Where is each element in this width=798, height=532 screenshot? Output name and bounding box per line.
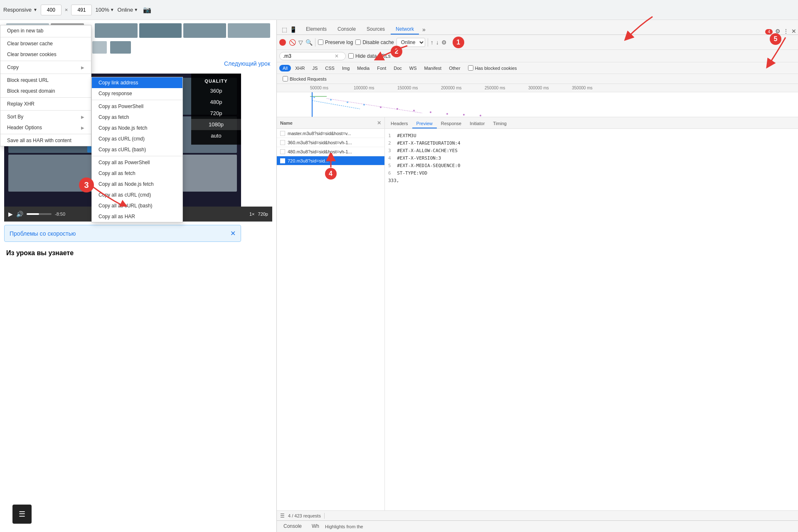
tab-elements[interactable]: Elements bbox=[301, 25, 332, 34]
item-name-master: master.m3u8?sid=sid&host=v... bbox=[288, 131, 351, 136]
preserve-log-input[interactable] bbox=[318, 39, 323, 45]
item-checkbox-360[interactable] bbox=[280, 140, 285, 145]
width-input[interactable] bbox=[41, 5, 62, 15]
blocked-requests-input[interactable] bbox=[283, 76, 288, 81]
filter-other[interactable]: Other bbox=[446, 65, 464, 71]
annotation-1: 1 bbox=[453, 37, 464, 48]
quality-1080[interactable]: 1080p bbox=[191, 119, 241, 130]
tab-console[interactable]: Console bbox=[332, 25, 361, 34]
zoom-selector[interactable]: 100% ▼ bbox=[95, 7, 114, 13]
upload-icon[interactable]: ↑ bbox=[431, 39, 433, 46]
network-settings-icon[interactable]: ⚙ bbox=[441, 39, 447, 46]
responsive-selector[interactable]: Responsive ▼ bbox=[3, 7, 37, 13]
disable-cache-checkbox[interactable]: Disable cache bbox=[355, 39, 394, 45]
timeline-ruler: 50000 ms 100000 ms 150000 ms 200000 ms 2… bbox=[277, 84, 798, 92]
download-icon[interactable]: ↓ bbox=[436, 39, 439, 46]
tab-more[interactable]: » bbox=[420, 25, 428, 34]
bottom-tab-what[interactable]: Wh bbox=[308, 522, 323, 531]
filter-button[interactable]: ▽ bbox=[298, 39, 303, 46]
item-checkbox-master[interactable] bbox=[280, 131, 285, 136]
status-separator bbox=[324, 513, 325, 519]
quality-480[interactable]: 480p bbox=[191, 96, 241, 108]
filter-tabs: All XHR JS CSS Img Media Font Doc WS Man… bbox=[277, 62, 798, 74]
devtools-device-icon[interactable]: 📱 bbox=[290, 26, 297, 33]
annotation-3: 3 bbox=[79, 177, 94, 192]
filter-manifest[interactable]: Manifest bbox=[421, 65, 445, 71]
preview-tab-preview[interactable]: Preview bbox=[412, 119, 437, 128]
disable-cache-input[interactable] bbox=[355, 39, 361, 45]
hamburger-icon: ☰ bbox=[19, 510, 25, 519]
screenshot-btn[interactable]: 📷 bbox=[141, 4, 153, 16]
filter-img[interactable]: Img bbox=[339, 65, 353, 71]
list-close-icon[interactable]: ✕ bbox=[377, 120, 381, 126]
browser-top-bar: Responsive ▼ × 100% ▼ Online ▼ 📷 bbox=[0, 0, 798, 20]
tab-network[interactable]: Network bbox=[391, 25, 419, 34]
disable-cache-label: Disable cache bbox=[362, 39, 394, 45]
bottom-highlights: Highlights from the bbox=[325, 524, 796, 529]
record-button[interactable] bbox=[279, 39, 286, 46]
filter-ws[interactable]: WS bbox=[406, 65, 420, 71]
item-checkbox-480[interactable] bbox=[280, 149, 285, 154]
network-item-360[interactable]: 360.m3u8?sid=sid&host=vh-1... bbox=[277, 138, 384, 147]
online-selector[interactable]: Online ▼ bbox=[118, 7, 138, 13]
quality-720[interactable]: 720p bbox=[191, 108, 241, 119]
filter-js[interactable]: JS bbox=[309, 65, 321, 71]
height-input[interactable] bbox=[71, 5, 92, 15]
search-button[interactable]: 🔍 bbox=[305, 39, 313, 46]
line-num-5: 5 bbox=[388, 163, 391, 168]
preview-tab-response[interactable]: Response bbox=[437, 119, 466, 128]
volume-icon[interactable]: 🔊 bbox=[16, 211, 23, 217]
timeline-svg bbox=[277, 92, 798, 117]
quality-auto[interactable]: auto bbox=[191, 130, 241, 141]
throttle-dropdown[interactable]: Online bbox=[397, 38, 425, 47]
filter-doc[interactable]: Doc bbox=[390, 65, 405, 71]
line-text-1: #EXTM3U bbox=[397, 133, 416, 138]
speed-button[interactable]: 1× bbox=[249, 212, 255, 217]
filter-css[interactable]: CSS bbox=[322, 65, 338, 71]
preview-line-4: 4 #EXT-X-VERSION:3 bbox=[388, 155, 795, 162]
preview-tab-headers[interactable]: Headers bbox=[387, 119, 412, 128]
network-item-master[interactable]: master.m3u8?sid=sid&host=v... bbox=[277, 129, 384, 138]
hamburger-button[interactable]: ☰ bbox=[12, 505, 32, 524]
name-column-header: Name bbox=[280, 121, 293, 126]
close-speed-problem[interactable]: ✕ bbox=[230, 229, 236, 237]
hamburger-status-icon[interactable]: ☰ bbox=[280, 513, 285, 519]
preview-tab-timing[interactable]: Timing bbox=[489, 119, 511, 128]
hide-data-checkbox[interactable]: Hide data URLs bbox=[348, 53, 391, 59]
responsive-dropdown-icon[interactable]: ▼ bbox=[33, 7, 37, 12]
zoom-label: 100% bbox=[95, 7, 109, 13]
blocked-requests-checkbox[interactable]: Blocked Requests bbox=[283, 76, 327, 81]
item-checkbox-720[interactable] bbox=[280, 158, 285, 163]
preview-line-3: 3 #EXT-X-ALLOW-CACHE:YES bbox=[388, 147, 795, 155]
preserve-log-checkbox[interactable]: Preserve log bbox=[318, 39, 353, 45]
svg-point-8 bbox=[397, 108, 398, 110]
devtools-close-icon[interactable]: ✕ bbox=[791, 28, 796, 34]
svg-point-9 bbox=[413, 110, 415, 111]
filter-font[interactable]: Font bbox=[374, 65, 389, 71]
has-blocked-cookies-input[interactable] bbox=[468, 65, 473, 71]
progress-bar[interactable] bbox=[27, 213, 52, 215]
preview-tabs: Headers Preview Response Initiator Timin… bbox=[385, 117, 798, 129]
bottom-tab-console[interactable]: Console bbox=[279, 522, 306, 531]
filter-xhr[interactable]: XHR bbox=[292, 65, 308, 71]
quality-360[interactable]: 360p bbox=[191, 85, 241, 96]
devtools-pointer-icon[interactable]: ⬚ bbox=[282, 26, 287, 33]
devtools-more-icon[interactable]: ⋮ bbox=[783, 28, 789, 34]
filter-media[interactable]: Media bbox=[354, 65, 373, 71]
search-clear-icon[interactable]: ✕ bbox=[335, 53, 339, 59]
preview-tab-initiator[interactable]: Initiator bbox=[466, 119, 489, 128]
bottom-what-label: Wh bbox=[312, 523, 319, 529]
quality-control[interactable]: 720p bbox=[258, 212, 268, 217]
clear-button[interactable]: 🚫 bbox=[288, 39, 296, 46]
play-button[interactable]: ▶ bbox=[8, 211, 13, 217]
preview-content: 1 #EXTM3U 2 #EXT-X-TARGETDURATION:4 3 #E… bbox=[385, 129, 798, 510]
filter-all[interactable]: All bbox=[279, 65, 291, 71]
line-text-2: #EXT-X-TARGETDURATION:4 bbox=[397, 140, 460, 146]
line-num-3: 3 bbox=[388, 148, 391, 153]
network-search-input[interactable] bbox=[283, 53, 333, 59]
svg-point-5 bbox=[347, 101, 348, 103]
tab-sources[interactable]: Sources bbox=[362, 25, 390, 34]
hide-data-input[interactable] bbox=[348, 53, 354, 59]
has-blocked-cookies-label[interactable]: Has blocked cookies bbox=[468, 65, 517, 71]
next-lesson-link[interactable]: Следующий урок bbox=[224, 60, 270, 67]
